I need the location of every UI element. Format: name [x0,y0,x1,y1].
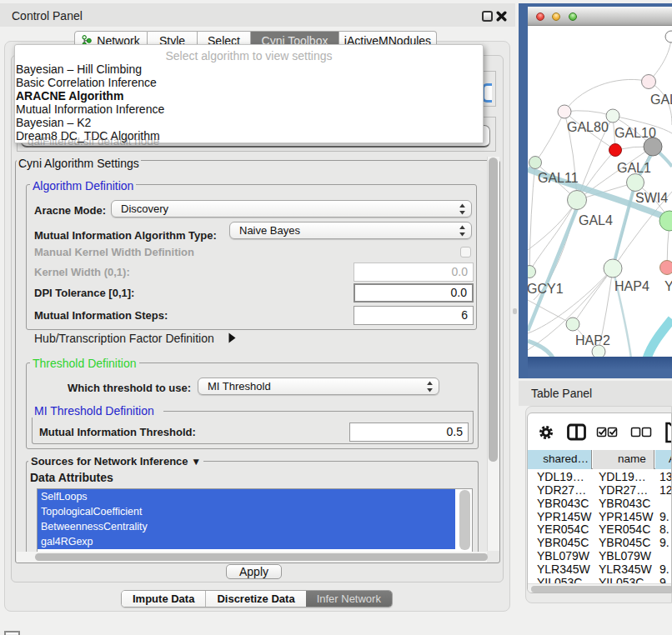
svg-text:GAL1: GAL1 [617,161,651,175]
svg-text:GAL: GAL [650,92,672,107]
svg-text:GCY1: GCY1 [528,282,564,296]
svg-text:Y: Y [664,279,672,293]
svg-text:GAL10: GAL10 [614,126,656,140]
svg-text:GAL80: GAL80 [567,120,609,134]
svg-text:GAL4: GAL4 [579,213,613,228]
svg-text:GAL11: GAL11 [538,171,579,185]
svg-text:SWI4: SWI4 [635,191,668,205]
svg-text:HAP2: HAP2 [575,333,610,348]
svg-text:HAP4: HAP4 [614,279,649,293]
